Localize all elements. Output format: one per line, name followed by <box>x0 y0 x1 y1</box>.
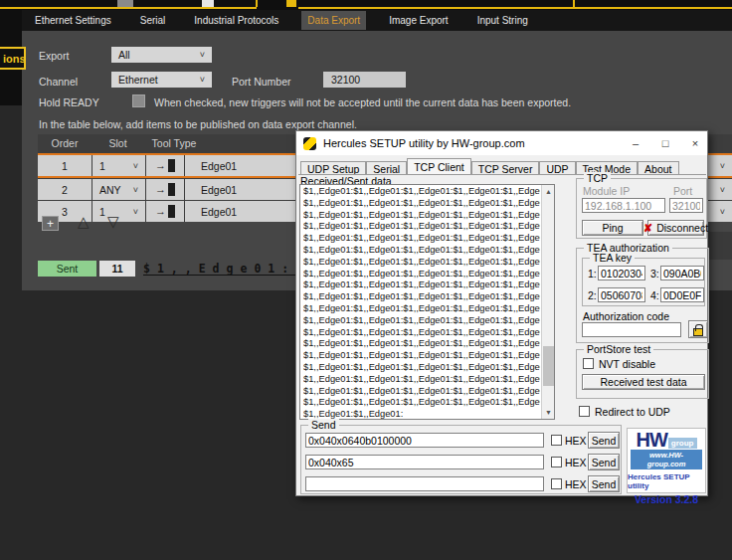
cell-tool-type[interactable]: → <box>146 155 184 176</box>
product-name: Hercules SETUP utility <box>628 472 705 490</box>
export-dropdown[interactable]: All ˅ <box>111 47 212 63</box>
scrollbar-thumb[interactable] <box>543 346 554 386</box>
hw-group-logo: HW group <box>637 431 697 449</box>
tcp-group-label: TCP <box>584 172 611 184</box>
tea-key-2-field[interactable] <box>598 287 645 302</box>
cropped-toolbar <box>0 0 732 10</box>
disconnect-button[interactable]: ✘ Disconnect <box>647 220 704 236</box>
header-tool-type: Tool Type <box>144 137 204 149</box>
hercules-title-bar[interactable]: Hercules SETUP utility by HW-group.com <box>296 131 707 155</box>
tab-image-export[interactable]: Image Export <box>383 11 454 30</box>
scroll-up-icon[interactable]: ▲ <box>542 185 555 198</box>
tab-input-string[interactable]: Input String <box>471 11 534 30</box>
hex-label-3: HEX <box>565 478 587 490</box>
sent-status-badge: Sent <box>38 261 96 277</box>
hw-group-url[interactable]: www.HW-group.com <box>631 450 702 469</box>
portstore-test-group: PortStore test NVT disable Received test… <box>576 349 709 399</box>
tab-about[interactable]: About <box>638 161 678 175</box>
tab-tcp-server[interactable]: TCP Server <box>471 161 540 175</box>
cell-slot-dropdown[interactable]: ANY ˅ <box>92 179 145 200</box>
tab-tcp-client[interactable]: TCP Client <box>407 158 471 175</box>
export-dropdown-value: All <box>118 49 130 61</box>
tea-authorization-group: TEA authorization TEA key 1: 3: 2: 4: Au… <box>576 248 709 343</box>
hercules-app-icon <box>303 137 316 150</box>
send-button-2[interactable]: Send <box>588 454 620 470</box>
module-ip-field[interactable] <box>582 198 665 213</box>
accent-line <box>0 7 257 9</box>
chevron-down-icon: ˅ <box>133 207 138 217</box>
cell-tool-type[interactable]: → <box>146 201 184 222</box>
hex-checkbox-2[interactable] <box>551 457 562 467</box>
tcp-port-field[interactable] <box>669 198 703 213</box>
tea-key-1-field[interactable] <box>598 266 645 280</box>
sidebar-tab-communications[interactable]: ions <box>0 47 26 70</box>
hex-label-2: HEX <box>565 457 587 468</box>
download-arrow-icon <box>286 0 296 7</box>
version-label: Version 3.2.8 <box>635 493 698 505</box>
scroll-down-icon[interactable]: ▼ <box>542 406 555 419</box>
minimize-button[interactable]: – <box>626 135 645 151</box>
redirect-to-udp-checkbox[interactable] <box>579 406 590 417</box>
channel-dropdown[interactable]: Ethernet ˅ <box>111 72 212 88</box>
tab-industrial-protocols[interactable]: Industrial Protocols <box>188 11 284 30</box>
table-hint: In the table below, add items to be publ… <box>39 118 357 130</box>
send-group: Send HEX Send HEX Send HEX Send <box>300 425 622 494</box>
header-slot: Slot <box>92 137 144 149</box>
authorization-code-field[interactable] <box>582 322 681 337</box>
nvt-disable-label: NVT disable <box>599 358 655 370</box>
send-button-1[interactable]: Send <box>588 432 620 449</box>
accent-line <box>298 7 732 9</box>
add-row-button[interactable]: + <box>42 216 59 231</box>
tab-ethernet-settings[interactable]: Ethernet Settings <box>29 11 117 30</box>
port-label: Port <box>673 185 692 197</box>
port-number-label: Port Number <box>232 76 291 88</box>
ping-button[interactable]: Ping <box>582 220 643 236</box>
move-up-button[interactable]: △ <box>78 213 90 231</box>
move-down-button[interactable]: ▽ <box>107 213 119 231</box>
tea-key-3-field[interactable] <box>660 266 704 280</box>
tab-udp[interactable]: UDP <box>539 161 575 175</box>
send-input-1[interactable] <box>305 433 544 448</box>
tab-udp-setup[interactable]: UDP Setup <box>300 161 366 175</box>
portstore-group-label: PortStore test <box>584 343 653 355</box>
send-input-2[interactable] <box>305 455 544 469</box>
tea-key-4-field[interactable] <box>660 287 704 302</box>
maximize-button[interactable]: □ <box>655 135 675 151</box>
tea-key-2-index: 2: <box>588 289 597 301</box>
tab-serial[interactable]: Serial <box>134 11 172 30</box>
hercules-window-title: Hercules SETUP utility by HW-group.com <box>323 137 525 149</box>
nvt-disable-checkbox[interactable] <box>583 358 594 369</box>
tcp-group: TCP Module IP Port Ping ✘ Disconnect <box>576 178 707 239</box>
cell-tool-type[interactable]: → <box>146 179 184 200</box>
tea-key-4-index: 4: <box>650 289 659 301</box>
send-input-3[interactable] <box>305 476 544 491</box>
accent-stub <box>573 0 575 7</box>
slot-value: 1 <box>99 160 105 172</box>
tea-key-3-index: 3: <box>650 268 659 280</box>
received-data-area[interactable]: $1,,Edge01:$1,,Edge01:$1,,Edge01:$1,,Edg… <box>299 184 555 420</box>
chevron-down-icon: ˅ <box>720 161 725 171</box>
vertical-scrollbar[interactable]: ▲ ▼ <box>541 185 554 419</box>
sent-count: 11 <box>99 261 135 277</box>
hex-label-1: HEX <box>565 435 587 447</box>
hw-group-logo-box: HW group www.HW-group.com Hercules SETUP… <box>627 428 706 493</box>
tab-serial[interactable]: Serial <box>366 161 407 175</box>
chevron-down-icon: ˅ <box>133 185 138 195</box>
panel-fragment <box>708 232 732 260</box>
send-button-3[interactable]: Send <box>588 475 620 492</box>
tab-data-export[interactable]: Data Export <box>301 11 366 30</box>
hold-ready-checkbox[interactable] <box>132 94 145 107</box>
cell-slot-dropdown[interactable]: 1 ˅ <box>92 155 145 176</box>
hold-ready-description: When checked, new triggers will not be a… <box>154 96 571 108</box>
port-number-field[interactable]: 32100 <box>323 72 406 88</box>
received-test-data-button[interactable]: Received test data <box>582 374 705 390</box>
tea-key-label: TEA key <box>590 252 635 264</box>
accent-stub <box>256 0 258 7</box>
hex-checkbox-3[interactable] <box>551 478 562 489</box>
sent-payload-string: $1,,Edge01: <box>143 261 295 277</box>
slot-value: ANY <box>99 184 121 196</box>
hex-checkbox-1[interactable] <box>551 435 562 446</box>
close-button[interactable]: × <box>685 135 705 151</box>
authorization-lock-button[interactable] <box>688 320 708 338</box>
disconnect-x-icon: ✘ <box>643 222 652 235</box>
